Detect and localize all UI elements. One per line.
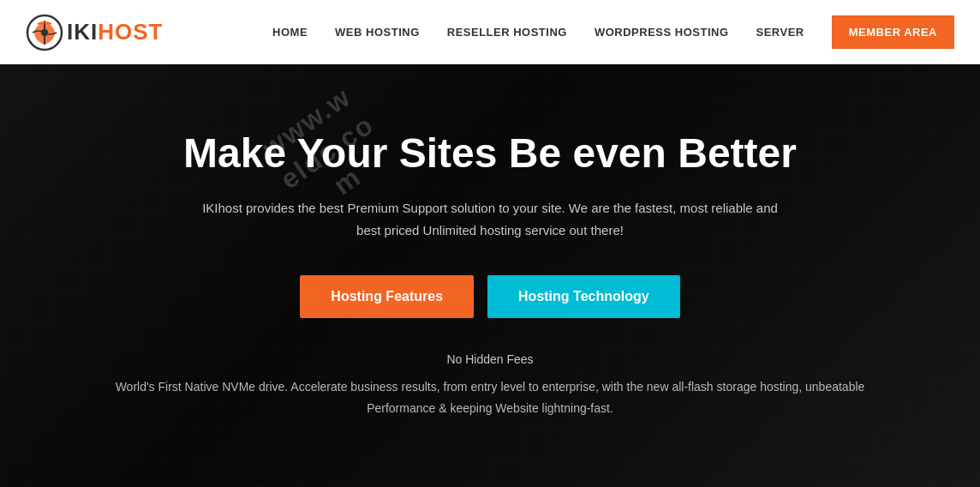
hero-note: No Hidden Fees	[86, 352, 894, 366]
nav-home[interactable]: HOME	[272, 26, 308, 39]
svg-point-1	[41, 29, 48, 36]
nav-web-hosting[interactable]: WEB HOSTING	[335, 26, 420, 39]
header: IKIHOST HOME WEB HOSTING RESELLER HOSTIN…	[0, 0, 980, 64]
hosting-technology-button[interactable]: Hosting Technology	[487, 275, 680, 318]
hero-description: World's First Native NVMe drive. Acceler…	[86, 376, 894, 419]
logo-icon	[26, 14, 63, 51]
logo-text: IKIHOST	[67, 19, 163, 45]
hero-section: www.weldc.com Make Your Sites Be even Be…	[0, 64, 980, 487]
hosting-features-button[interactable]: Hosting Features	[300, 275, 474, 318]
hero-content: Make Your Sites Be even Better IKIhost p…	[0, 131, 980, 419]
hero-buttons: Hosting Features Hosting Technology	[86, 275, 894, 318]
nav-server[interactable]: SERVER	[756, 26, 804, 39]
nav-wordpress-hosting[interactable]: WORDPRESS HOSTING	[595, 26, 729, 39]
logo-host: HOST	[98, 19, 163, 45]
member-area-button[interactable]: MEMBER AREA	[832, 15, 954, 49]
hero-subtitle: IKIhost provides the best Premium Suppor…	[199, 197, 781, 241]
logo-iki: IKI	[67, 19, 98, 45]
main-nav: HOME WEB HOSTING RESELLER HOSTING WORDPR…	[272, 15, 954, 49]
logo: IKIHOST	[26, 14, 163, 51]
nav-reseller-hosting[interactable]: RESELLER HOSTING	[447, 26, 567, 39]
hero-title: Make Your Sites Be even Better	[86, 131, 894, 177]
